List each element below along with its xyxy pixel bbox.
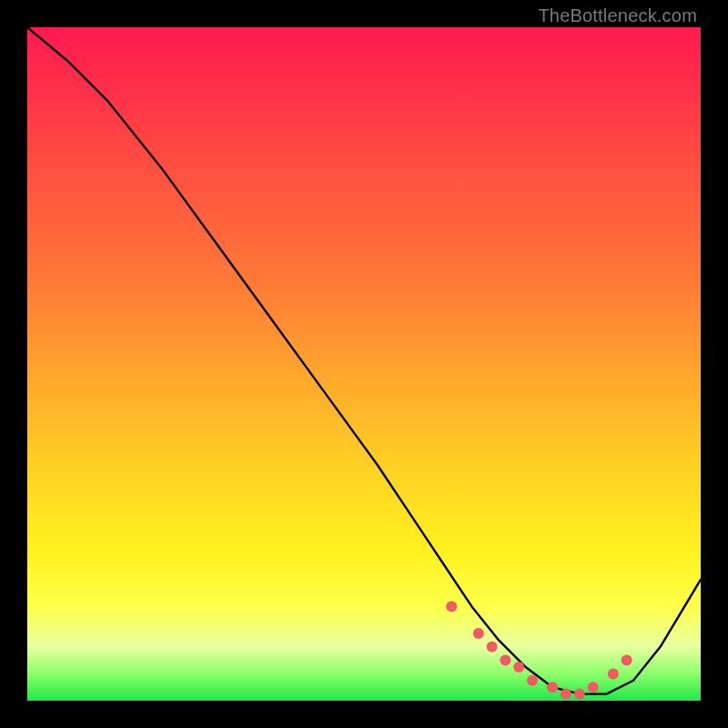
- trough-markers: [446, 601, 632, 699]
- trough-marker: [473, 628, 484, 639]
- trough-marker: [588, 682, 599, 693]
- bottleneck-curve: [27, 27, 701, 694]
- trough-marker: [608, 668, 619, 679]
- curve-svg: [27, 27, 701, 701]
- trough-marker: [574, 689, 585, 700]
- trough-marker: [500, 655, 511, 666]
- plot-area: [27, 27, 701, 701]
- trough-marker: [547, 682, 558, 693]
- trough-marker: [446, 601, 457, 612]
- trough-marker: [622, 655, 632, 666]
- trough-marker: [513, 662, 524, 672]
- watermark-label: TheBottleneck.com: [538, 5, 697, 26]
- trough-marker: [561, 689, 571, 700]
- trough-marker: [487, 642, 498, 652]
- chart-frame: TheBottleneck.com: [0, 0, 728, 728]
- trough-marker: [527, 675, 538, 686]
